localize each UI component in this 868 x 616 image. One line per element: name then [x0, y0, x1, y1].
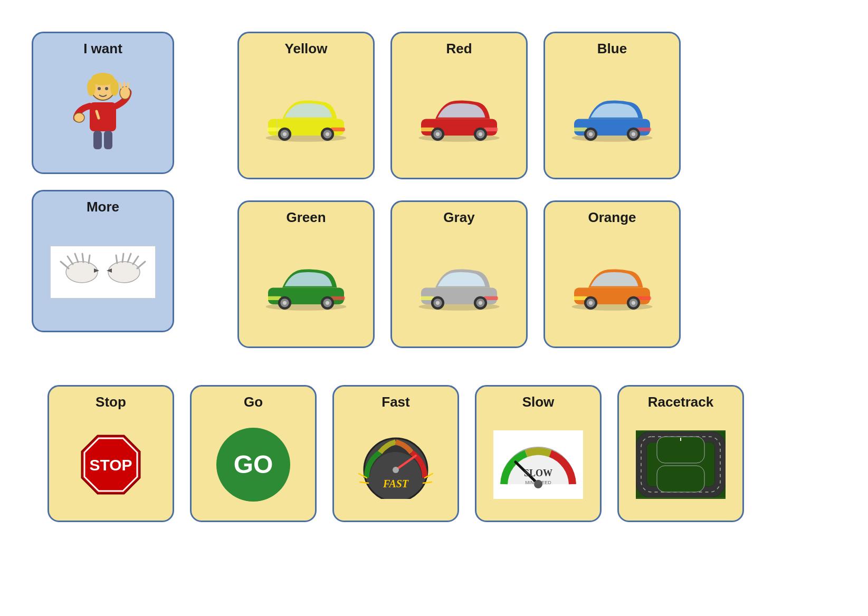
svg-line-24 [128, 254, 131, 262]
stop-sign: STOP [74, 428, 148, 502]
slow-speedometer-icon: SLOW MIN SPEED [493, 431, 583, 497]
racetrack-image [624, 416, 737, 513]
slow-image: SLOW MIN SPEED [482, 416, 595, 513]
svg-line-9 [124, 83, 125, 87]
blue-car-image [550, 62, 674, 170]
more-image [39, 220, 167, 323]
svg-point-4 [98, 87, 101, 90]
left-column: I want [32, 32, 174, 332]
stop-label: Stop [96, 394, 126, 410]
svg-text:SLOW: SLOW [524, 468, 552, 478]
racetrack-icon [636, 431, 726, 497]
gray-label: Gray [443, 209, 474, 226]
svg-rect-39 [276, 120, 278, 134]
card-racetrack[interactable]: Racetrack [617, 385, 744, 522]
svg-point-11 [74, 113, 84, 122]
card-go[interactable]: Go GO [190, 385, 317, 522]
svg-point-115 [671, 469, 690, 488]
svg-rect-14 [104, 131, 112, 149]
blue-car-icon [565, 88, 660, 146]
svg-line-16 [61, 262, 69, 268]
svg-point-69 [326, 301, 329, 304]
yellow-car-image [244, 62, 368, 170]
svg-point-49 [479, 132, 482, 136]
svg-text:MIN SPEED: MIN SPEED [525, 480, 551, 485]
svg-line-25 [122, 254, 123, 262]
svg-line-22 [137, 262, 145, 268]
more-label: More [87, 199, 119, 215]
svg-point-95 [393, 467, 399, 473]
go-label: Go [244, 394, 263, 410]
slow-meter-image: SLOW MIN SPEED [493, 430, 583, 499]
gray-car-image [397, 231, 521, 339]
card-more[interactable]: More [32, 190, 174, 332]
gray-car-icon [412, 256, 507, 314]
person-icon [61, 72, 145, 156]
svg-point-59 [632, 132, 635, 136]
svg-point-38 [326, 132, 329, 136]
svg-point-2 [87, 79, 96, 96]
stop-image: STOP [54, 416, 167, 513]
yellow-car-icon [259, 88, 354, 146]
stop-sign-icon: STOP [77, 430, 145, 499]
orange-car-image [550, 231, 674, 339]
svg-line-10 [128, 83, 128, 88]
svg-point-114 [671, 440, 690, 459]
hands-icon [53, 248, 153, 296]
card-slow[interactable]: Slow [475, 385, 602, 522]
card-orange[interactable]: Orange [543, 200, 681, 348]
svg-point-89 [632, 301, 635, 304]
svg-point-79 [479, 301, 482, 304]
svg-point-46 [436, 132, 440, 136]
bottom-section: Stop STOP Go GO [32, 385, 836, 522]
card-yellow[interactable]: Yellow [237, 32, 375, 179]
blue-label: Blue [597, 41, 627, 57]
racetrack-label: Racetrack [648, 394, 713, 410]
svg-line-17 [68, 256, 73, 264]
i-want-image [39, 62, 167, 165]
red-car-icon [412, 88, 507, 146]
orange-car-icon [565, 256, 660, 314]
i-want-label: I want [83, 41, 122, 57]
go-image: GO [197, 416, 310, 513]
svg-rect-6 [90, 102, 116, 131]
svg-line-26 [116, 255, 117, 263]
slow-label: Slow [522, 394, 555, 410]
svg-point-66 [283, 301, 287, 304]
svg-point-56 [589, 132, 593, 136]
go-circle: GO [216, 428, 290, 502]
svg-point-35 [283, 132, 287, 136]
svg-line-20 [89, 255, 90, 263]
red-label: Red [446, 41, 472, 57]
color-car-grid: Yellow [237, 32, 681, 353]
svg-line-19 [82, 254, 83, 262]
green-car-image [244, 231, 368, 339]
go-text: GO [234, 450, 273, 479]
svg-point-86 [589, 301, 593, 304]
svg-rect-13 [93, 131, 102, 149]
svg-point-21 [108, 262, 140, 283]
card-stop[interactable]: Stop STOP [47, 385, 174, 522]
svg-text:FAST: FAST [383, 478, 409, 489]
card-gray[interactable]: Gray [390, 200, 528, 348]
red-car-image [397, 62, 521, 170]
yellow-label: Yellow [285, 41, 328, 57]
svg-point-76 [436, 301, 440, 304]
fast-image: FAST [339, 416, 452, 513]
svg-point-3 [110, 79, 119, 96]
svg-line-23 [133, 256, 138, 264]
svg-point-5 [105, 87, 108, 90]
top-section: I want [32, 32, 836, 353]
green-car-icon [259, 256, 354, 314]
main-container: I want [0, 0, 868, 543]
card-i-want[interactable]: I want [32, 32, 174, 174]
svg-line-18 [75, 254, 78, 262]
card-fast[interactable]: Fast FAST [332, 385, 459, 522]
fast-label: Fast [381, 394, 409, 410]
svg-point-15 [66, 262, 98, 283]
svg-line-8 [120, 83, 121, 88]
orange-label: Orange [588, 209, 636, 226]
card-blue[interactable]: Blue [543, 32, 681, 179]
card-green[interactable]: Green [237, 200, 375, 348]
card-red[interactable]: Red [390, 32, 528, 179]
